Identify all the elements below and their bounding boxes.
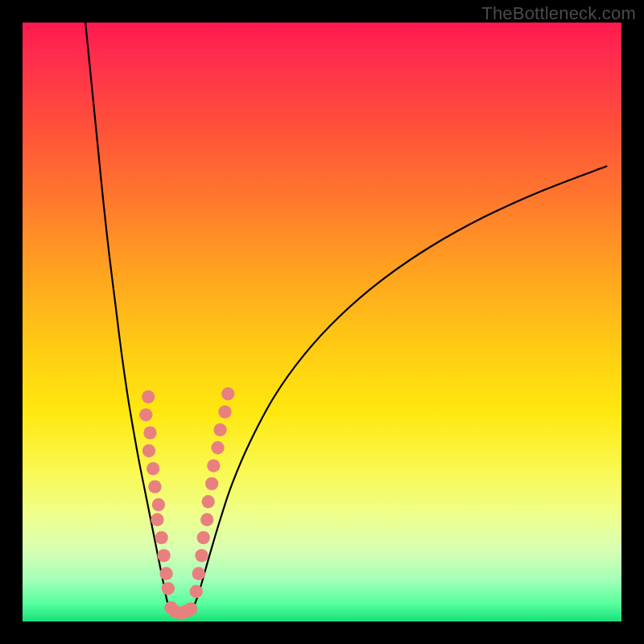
data-dot xyxy=(218,405,231,418)
chart-svg xyxy=(23,23,621,621)
data-dot xyxy=(190,585,203,598)
data-dot xyxy=(195,549,208,562)
data-dot xyxy=(201,495,214,508)
data-dot xyxy=(159,567,172,580)
data-dots-group xyxy=(139,387,234,620)
data-dot xyxy=(152,498,165,511)
data-dot xyxy=(155,531,167,544)
data-dot xyxy=(162,582,175,595)
data-dot xyxy=(148,480,161,493)
data-dot xyxy=(205,477,218,490)
data-dot xyxy=(151,513,163,526)
data-dot xyxy=(184,602,197,615)
data-dot xyxy=(142,390,155,403)
data-dot xyxy=(213,423,226,436)
curve-right-branch xyxy=(193,167,606,609)
data-dot xyxy=(207,459,220,472)
chart-frame: TheBottleneck.com xyxy=(0,0,644,644)
data-dot xyxy=(221,387,234,400)
data-dot xyxy=(192,567,205,580)
plot-area xyxy=(23,23,621,621)
data-dot xyxy=(200,513,213,526)
data-dot xyxy=(197,531,210,544)
data-dot xyxy=(147,462,159,475)
data-dot xyxy=(142,444,155,457)
data-dot xyxy=(211,441,224,454)
data-dot xyxy=(139,408,152,421)
data-dot xyxy=(157,549,170,562)
data-dot xyxy=(143,426,156,439)
watermark-text: TheBottleneck.com xyxy=(481,3,636,24)
